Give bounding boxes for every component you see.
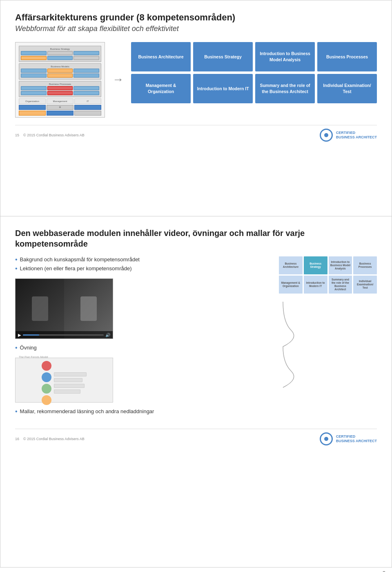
thumb-bottom-cell (74, 105, 101, 110)
ex-circle-red (42, 361, 51, 371)
page-number: 8 (0, 568, 392, 572)
slide1-footer: 15 © 2015 Cordial Business Advisers AB C… (15, 125, 377, 142)
thumb-cell (74, 86, 99, 90)
comp-box-architecture: Business Architecture (131, 42, 191, 71)
slide-2: Den webbaserade modulen innehåller video… (0, 216, 392, 568)
comp-box-strategy: Business Strategy (193, 42, 253, 71)
bullet-icon: • (15, 256, 18, 263)
bullets-mallar: • Mallar, rekommenderad läsning och andr… (15, 408, 269, 415)
logo-inner-icon-2 (324, 437, 328, 441)
competency-grid: Business Architecture Business Strategy … (131, 42, 377, 103)
thumb-cell (47, 51, 73, 55)
thumb-cell (21, 86, 47, 90)
mini-comp-strategy: Business Strategy (304, 256, 327, 274)
footer-logo-2: CERTIFIED BUSINESS ARCHITECT (320, 432, 377, 445)
mini-comp-exam: Individual Examination/ Test (353, 276, 377, 294)
thumb-section-processes: Business Processes (19, 81, 101, 97)
video-controls: ▶ 🔊 (16, 331, 113, 338)
play-small-icon: ▶ (18, 333, 21, 337)
diagram-area: Business Strategy Business Models (15, 42, 377, 118)
ex-circle-orange (42, 395, 51, 405)
list-item-mallar: • Mallar, rekommenderad läsning och andr… (15, 408, 269, 415)
mini-comp-processes: Business Processes (353, 256, 377, 274)
connector-svg (279, 298, 377, 412)
thumb-cell (21, 91, 47, 95)
volume-icon: 🔊 (105, 333, 110, 337)
mini-comp-architecture: Business Architecture (279, 256, 303, 274)
comp-box-management: Management & Organization (131, 74, 191, 103)
bullets-top: • Bakgrund och kunskapsmål för kompetens… (15, 256, 269, 272)
slide2-footer: 16 © 2015 Cordial Business Advisers AB C… (15, 429, 377, 445)
slide1-copyright: © 2015 Cordial Business Advisers AB (23, 133, 85, 137)
list-item: • Lektionen (en eller flera per kompeten… (15, 265, 269, 272)
thumb-cell (74, 56, 99, 60)
slide2-content: • Bakgrund och kunskapsmål för kompetens… (15, 256, 377, 421)
thumb-cell (21, 73, 47, 78)
thumb-bottom-cell (74, 111, 101, 116)
left-panel: • Bakgrund och kunskapsmål för kompetens… (15, 256, 269, 421)
slide2-copyright: © 2015 Cordial Business Advisers AB (23, 437, 85, 441)
slide2-title: Den webbaserade modulen innehåller video… (15, 228, 377, 249)
ex-circle-blue (42, 372, 51, 382)
logo-circle-icon (320, 129, 333, 142)
progress-fill (23, 334, 39, 336)
thumb-cell (47, 73, 73, 78)
comp-box-intro-bm: Introduction to Business Model Analysis (255, 42, 315, 71)
exercise-content: The Five Forces Model (19, 356, 109, 405)
thumb-cell (74, 91, 99, 95)
bullets-ovning: • Övning (15, 345, 269, 351)
thumbnail-diagram: Business Strategy Business Models (15, 42, 105, 118)
slide2-number: 16 (15, 437, 19, 441)
main-title: Affärsarkitekturens grunder (8 kompetens… (15, 12, 377, 24)
bullet-icon: • (15, 265, 18, 272)
exercise-thumbnail: The Five Forces Model (15, 358, 113, 403)
thumb-bottom-cell: ✳ (47, 105, 74, 110)
thumb-bottom-cell (19, 111, 46, 116)
thumb-section-models: Business Models (19, 63, 101, 80)
thumb-cell (74, 73, 99, 78)
comp-box-summary: Summary and the role of the Business Arc… (255, 74, 315, 103)
right-panel: Business Architecture Business Strategy … (279, 256, 377, 412)
thumb-section-strategy: Business Strategy (19, 46, 101, 62)
list-item-ovning: • Övning (15, 345, 269, 351)
list-item: • Bakgrund och kunskapsmål för kompetens… (15, 256, 269, 263)
bullet-icon: • (15, 408, 18, 415)
comp-box-processes: Business Processes (317, 42, 377, 71)
mini-comp-grid-row1: Business Architecture Business Strategy … (279, 256, 377, 274)
video-thumbnail[interactable]: ▶ 🔊 (15, 278, 113, 339)
thumb-cell (74, 51, 99, 55)
thumb-cell (21, 56, 47, 60)
mini-comp-summary: Summary and the role of the Business Arc… (329, 276, 352, 294)
slide1-title: Affärsarkitekturens grunder (8 kompetens… (15, 12, 377, 33)
thumb-cell (21, 51, 47, 55)
thumb-bottom-cell (47, 111, 74, 116)
thumb-cell (47, 86, 73, 90)
mini-comp-grid-row2: Management & Organization Introduction t… (279, 276, 377, 294)
comp-box-exam: Individual Examination/ Test (317, 74, 377, 103)
logo-text-2: CERTIFIED BUSINESS ARCHITECT (336, 434, 377, 443)
thumb-cell (21, 69, 47, 73)
mini-comp-modern-it: Introduction to Modern IT (304, 276, 327, 294)
progress-bar (23, 334, 104, 336)
ex-circle-green (42, 384, 51, 394)
thumb-cell (47, 91, 73, 95)
logo-circle-icon-2 (320, 432, 333, 445)
thumb-bottom-cell (19, 105, 46, 110)
comp-box-modern-it: Introduction to Modern IT (193, 74, 253, 103)
thumb-cell (74, 69, 99, 73)
logo-text: CERTIFIED BUSINESS ARCHITECT (336, 131, 377, 140)
slide-1: Affärsarkitekturens grunder (8 kompetens… (0, 0, 392, 216)
thumb-bottom-row: Organization Management IT (19, 98, 101, 104)
footer-logo: CERTIFIED BUSINESS ARCHITECT (320, 129, 377, 142)
main-subtitle: Webbformat för att skapa flexibilitet oc… (15, 24, 377, 33)
bullet-icon: • (15, 345, 18, 351)
arrow-right-icon: → (112, 73, 124, 86)
mini-comp-intro-bm: Introduction to Business Model Analysis (329, 256, 352, 274)
slide1-number: 15 (15, 133, 19, 137)
thumb-cell (47, 56, 73, 60)
logo-inner-icon (324, 133, 328, 137)
mini-comp-management: Management & Organization (279, 276, 303, 294)
thumb-cell (47, 69, 73, 73)
